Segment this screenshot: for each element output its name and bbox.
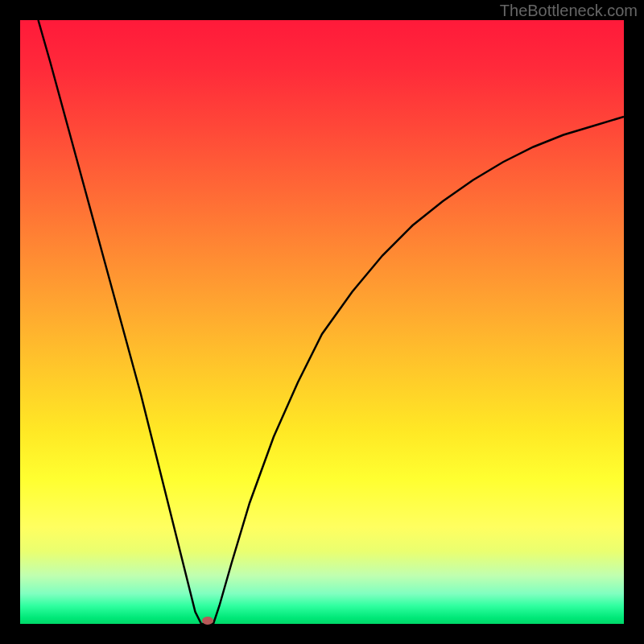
curve-svg — [20, 20, 624, 624]
optimal-point-marker — [202, 617, 213, 625]
watermark-text: TheBottleneck.com — [500, 2, 638, 20]
chart-plot-area — [20, 20, 624, 624]
bottleneck-curve-line — [39, 20, 625, 624]
